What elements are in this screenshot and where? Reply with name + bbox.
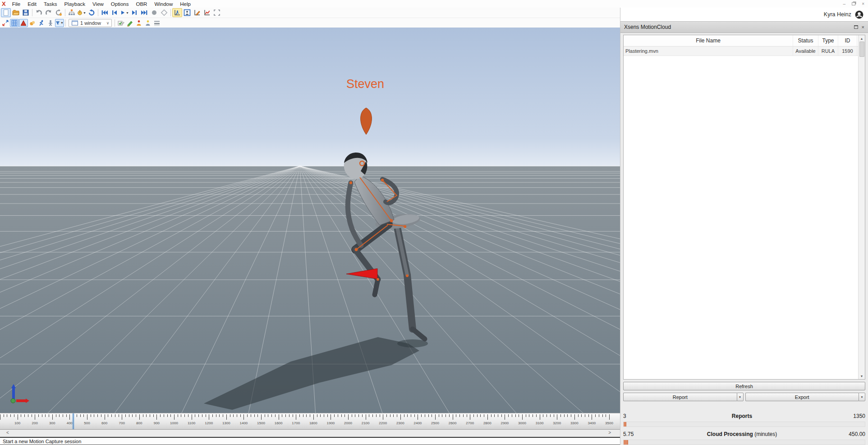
menu-item-edit[interactable]: Edit [24,1,40,7]
pan-tool-icon[interactable] [28,19,37,27]
scroll-down-icon[interactable]: ▼ [860,373,863,379]
ruler-label: 1600 [275,421,283,425]
follow-character-icon[interactable] [37,19,46,27]
step-back-icon[interactable] [110,8,119,17]
ruler-label: 1100 [188,421,195,425]
layout-grid-icon[interactable] [212,8,222,17]
subject-a-icon[interactable] [134,19,143,27]
timeline-scrollbar: < > [0,430,620,437]
skip-to-end-icon[interactable] [139,8,149,17]
ruler-label: 1800 [309,421,317,425]
list-view-icon[interactable] [152,19,161,27]
usage-progress-bar [623,440,865,445]
cell-id: 1590 [838,46,857,56]
column-status[interactable]: Status [793,35,818,46]
menu-item-window[interactable]: Window [151,1,176,7]
menu-item-tasks[interactable]: Tasks [40,1,60,7]
menu-item-playback[interactable]: Playback [60,1,89,7]
menu-item-obr[interactable]: OBR [132,1,151,7]
stat-used: 5.75 [623,431,655,437]
file-table: File Name Status Type ID Plastering.mvnA… [623,35,865,380]
menu-item-help[interactable]: Help [176,1,194,7]
filter-icon[interactable]: ▼ [55,19,64,27]
timeline-ruler[interactable]: 1002003004005006007008009001000110012001… [0,413,620,430]
subject-view-icon[interactable] [182,8,192,17]
user-avatar-icon[interactable] [855,10,863,19]
ruler-label: 2100 [362,421,370,425]
panel-close-icon[interactable]: × [862,24,864,30]
sync-icon[interactable] [54,8,64,17]
3d-viewport[interactable]: Steven [0,28,620,413]
ruler-label: 1200 [205,421,213,425]
report-dropdown-icon[interactable]: ▼ [737,393,744,401]
minimize-button[interactable]: – [843,1,846,6]
ruler-label: 2600 [449,421,457,425]
cell-type: RULA [818,46,838,56]
column-id[interactable]: ID [838,35,857,46]
timer-icon[interactable]: ▼ [77,8,87,17]
report-button[interactable]: Report [623,393,737,401]
panel-header: Xsens MotionCloud × [620,21,868,33]
ruler-label: 2700 [466,421,474,425]
save-icon[interactable] [21,8,31,17]
skip-to-start-icon[interactable] [100,8,110,17]
line-graph-icon[interactable] [202,8,212,17]
ruler-label: 3400 [588,421,596,425]
column-type[interactable]: Type [818,35,838,46]
timeline-scroll-left[interactable]: < [6,430,9,435]
menu-item-options[interactable]: Options [107,1,133,7]
menu-bar: X FileEditTasksPlaybackViewOptionsOBRWin… [0,0,868,8]
marker-icon[interactable] [159,8,169,17]
character-name-label: Steven [346,77,384,91]
timeline-playhead[interactable] [72,413,74,430]
stat-used: 3 [623,413,655,419]
undo-icon[interactable] [34,8,44,17]
new-session-icon[interactable] [1,8,11,17]
timeline-scroll-right[interactable]: > [608,430,611,435]
stat-label: Reports [655,413,829,419]
ruler-label: 1300 [222,421,230,425]
edit-graph-icon[interactable] [192,8,202,17]
ruler-label: 2800 [483,421,491,425]
ruler-label: 1700 [292,421,300,425]
ruler-label: 800 [136,421,142,425]
user-name: Kyra Heinz [824,11,851,18]
network-setup-icon[interactable] [67,8,77,17]
scroll-up-icon[interactable]: ▲ [860,35,863,42]
close-button[interactable]: × [862,1,864,6]
menu-item-view[interactable]: View [89,1,107,7]
show-skeleton-icon[interactable] [46,19,55,27]
ruler-label: 2300 [396,421,404,425]
redo-icon[interactable] [44,8,54,17]
ruler-label: 1400 [239,421,248,425]
table-scrollbar[interactable]: ▲ ▼ [858,35,865,379]
panel-float-icon[interactable] [854,25,858,29]
stat-label: Cloud Processing (minutes) [655,431,829,437]
export-button[interactable]: Export [745,393,859,401]
ruler-label: 1900 [326,421,335,425]
subject-b-icon[interactable] [143,19,152,27]
cell-status: Available [793,46,818,56]
panel-title: Xsens MotionCloud [624,24,850,30]
reset-icon[interactable] [87,8,96,17]
app-logo-icon: X [0,0,9,7]
open-file-icon[interactable] [11,8,21,17]
export-dropdown-icon[interactable]: ▼ [859,393,865,401]
restore-button[interactable] [852,2,855,5]
table-row[interactable]: Plastering.mvnAvailableRULA1590 [624,46,858,56]
fullscreen-icon[interactable] [1,19,10,27]
refresh-button[interactable]: Refresh [623,382,865,390]
motion-graph-icon[interactable] [172,8,182,17]
play-icon[interactable]: ▼ [119,8,129,17]
record-icon[interactable] [149,8,159,17]
scrollbar-thumb[interactable] [859,42,864,57]
menu-item-file[interactable]: File [9,1,24,7]
show-origin-icon[interactable] [19,19,28,27]
edit-marker-icon[interactable] [125,19,134,27]
ruler-label: 3000 [518,421,526,425]
annotate-icon[interactable] [116,19,125,27]
ruler-label: 300 [49,421,55,425]
show-grid-icon[interactable] [10,19,19,27]
column-file-name[interactable]: File Name [624,35,793,46]
step-forward-icon[interactable] [129,8,139,17]
